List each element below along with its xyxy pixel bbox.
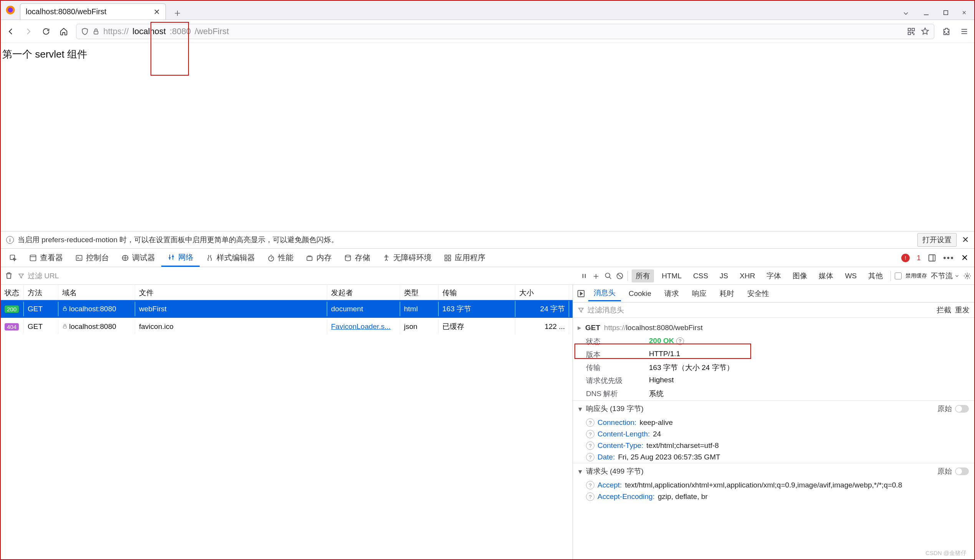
devtools-more-icon[interactable]: ••• [943, 253, 954, 263]
url-protocol: https:// [103, 27, 129, 37]
table-row[interactable]: 200GETlocalhost:8080webFirstdocumenthtml… [1, 300, 573, 318]
throttle-select[interactable]: 不节流 [931, 271, 960, 281]
watermark: CSDN @金猪仔 [925, 550, 967, 557]
svg-point-1 [8, 8, 13, 13]
shield-icon[interactable] [81, 28, 89, 35]
disable-cache-checkbox[interactable] [895, 273, 902, 280]
tab-accessibility[interactable]: 无障碍环境 [376, 249, 438, 267]
details-filter[interactable]: 过滤消息头 拦截重发 [573, 302, 974, 318]
resend-icon[interactable] [577, 289, 586, 298]
col-file[interactable]: 文件 [135, 285, 327, 300]
bookmark-star-icon[interactable] [921, 27, 929, 36]
clear-icon[interactable] [5, 272, 14, 280]
infobar-text: 当启用 prefers-reduced-motion 时，可以在设置面板中启用更… [18, 235, 338, 245]
tab-debugger[interactable]: 调试器 [115, 249, 161, 267]
tab-storage[interactable]: 存储 [338, 249, 376, 267]
table-row[interactable]: 404GETlocalhost:8080favicon.icoFaviconLo… [1, 318, 573, 335]
address-bar[interactable]: https://localhost:8080/webFirst [76, 24, 934, 39]
resend-link[interactable]: 重发 [955, 305, 970, 315]
lock-icon[interactable] [93, 28, 99, 35]
tab-inspector[interactable]: 查看器 [23, 249, 69, 267]
filter-xhr[interactable]: XHR [736, 270, 759, 282]
tab-memory[interactable]: 内存 [299, 249, 338, 267]
block-icon[interactable] [616, 272, 624, 280]
element-picker-icon[interactable] [3, 249, 23, 267]
raw-toggle[interactable] [955, 405, 969, 413]
tab-network[interactable]: 网络 [161, 249, 200, 267]
network-subbar: 过滤 URL ＋ 所有 HTML CSS JS XHR 字体 图像 媒体 WS … [1, 267, 974, 285]
tab-console[interactable]: 控制台 [69, 249, 115, 267]
dock-side-icon[interactable] [928, 254, 936, 262]
block-link[interactable]: 拦截 [937, 305, 951, 315]
tab-application[interactable]: 应用程序 [438, 249, 491, 267]
nav-back-icon[interactable] [5, 26, 16, 37]
list-tabs-icon[interactable] [902, 10, 910, 17]
svg-rect-3 [94, 31, 98, 34]
response-headers-group[interactable]: ▾响应头 (139 字节)原始 [573, 400, 974, 417]
dtab-response[interactable]: 响应 [686, 286, 712, 301]
svg-rect-2 [944, 11, 948, 15]
browser-tabstrip: localhost:8080/webFirst ✕ ＋ ✕ [1, 1, 974, 20]
raw-toggle-2[interactable] [955, 467, 969, 475]
dtab-headers[interactable]: 消息头 [588, 285, 621, 301]
extensions-icon[interactable] [941, 26, 952, 37]
window-close-icon[interactable]: ✕ [962, 10, 967, 17]
browser-tab[interactable]: localhost:8080/webFirst ✕ [20, 3, 166, 20]
url-path: /webFirst [195, 27, 229, 37]
svg-rect-6 [908, 32, 910, 34]
filter-js[interactable]: JS [716, 270, 732, 282]
devtools-close-icon[interactable]: ✕ [961, 253, 968, 263]
dtab-request[interactable]: 请求 [659, 286, 684, 301]
pause-icon[interactable] [581, 273, 588, 280]
col-initiator[interactable]: 发起者 [327, 285, 400, 300]
filter-css[interactable]: CSS [689, 270, 712, 282]
filter-other[interactable]: 其他 [865, 270, 887, 282]
add-icon[interactable]: ＋ [591, 270, 601, 282]
error-badge[interactable]: ! [901, 254, 910, 262]
col-status[interactable]: 状态 [1, 285, 24, 300]
window-maximize-icon[interactable] [943, 10, 949, 17]
col-size[interactable]: 大小 [515, 285, 569, 300]
url-host: localhost [132, 27, 166, 37]
app-menu-icon[interactable] [959, 26, 970, 37]
search-icon[interactable] [604, 272, 612, 280]
dtab-timing[interactable]: 耗时 [714, 286, 740, 301]
window-minimize-icon[interactable] [923, 10, 930, 17]
tab-close-icon[interactable]: ✕ [154, 7, 160, 17]
filter-all[interactable]: 所有 [632, 270, 654, 282]
open-settings-button[interactable]: 打开设置 [917, 233, 957, 247]
netbar-settings-icon[interactable] [963, 272, 971, 280]
filter-media[interactable]: 媒体 [815, 270, 837, 282]
page-body-text: 第一个 servlet 组件 [2, 48, 87, 60]
filter-font[interactable]: 字体 [763, 270, 785, 282]
svg-rect-15 [445, 255, 447, 257]
request-header-line: ?Accept:text/html,application/xhtml+xml,… [573, 479, 974, 491]
home-icon[interactable] [58, 26, 69, 37]
svg-rect-17 [445, 258, 447, 261]
svg-point-14 [386, 255, 387, 256]
filter-html[interactable]: HTML [658, 270, 685, 282]
filter-url-input[interactable]: 过滤 URL [18, 271, 110, 281]
svg-rect-7 [10, 255, 15, 260]
filter-image[interactable]: 图像 [789, 270, 811, 282]
dtab-cookie[interactable]: Cookie [623, 287, 657, 300]
dtab-security[interactable]: 安全性 [742, 286, 775, 301]
tab-performance[interactable]: 性能 [261, 249, 299, 267]
request-headers-group[interactable]: ▾请求头 (499 字节)原始 [573, 463, 974, 479]
col-transfer[interactable]: 传输 [439, 285, 515, 300]
tab-style[interactable]: 样式编辑器 [200, 249, 261, 267]
table-header: 状态 方法 域名 文件 发起者 类型 传输 大小 [1, 285, 573, 300]
qr-icon[interactable] [907, 27, 915, 36]
request-header-line: ?Accept-Encoding:gzip, deflate, br [573, 491, 974, 502]
reload-icon[interactable] [41, 26, 52, 37]
col-method[interactable]: 方法 [24, 285, 58, 300]
infobar-close-icon[interactable]: ✕ [962, 235, 969, 245]
details-tabbar: 消息头 Cookie 请求 响应 耗时 安全性 [573, 285, 974, 302]
request-line[interactable]: ▸ GET https://localhost:8080/webFirst [573, 320, 974, 335]
col-domain[interactable]: 域名 [58, 285, 135, 300]
svg-point-20 [606, 273, 610, 278]
new-tab-button[interactable]: ＋ [170, 6, 185, 20]
url-port: :8080 [170, 27, 191, 37]
filter-ws[interactable]: WS [841, 270, 861, 282]
col-type[interactable]: 类型 [400, 285, 439, 300]
